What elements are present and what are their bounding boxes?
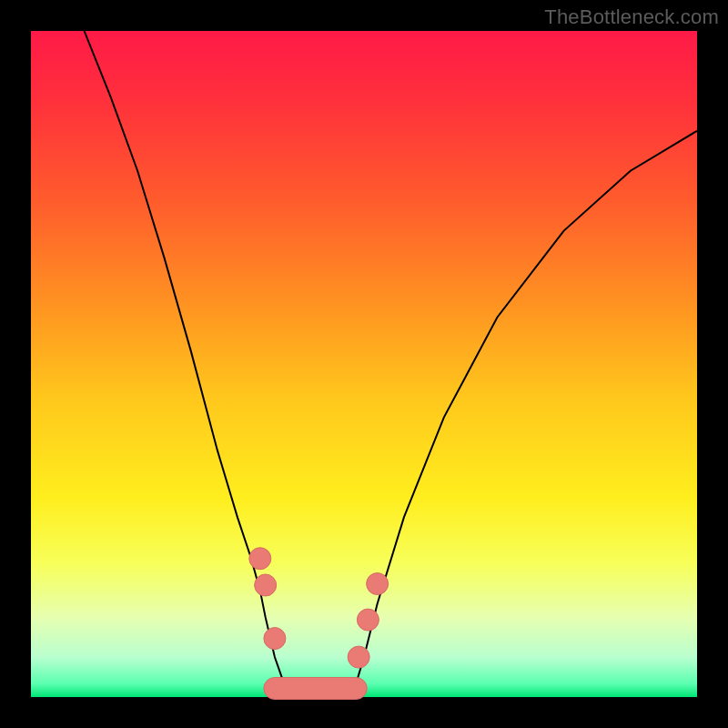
highlight-dot bbox=[249, 548, 271, 570]
gradient-background bbox=[31, 31, 697, 697]
highlight-bar bbox=[264, 677, 367, 699]
highlight-dot bbox=[367, 573, 389, 595]
watermark-text: TheBottleneck.com bbox=[544, 5, 719, 29]
highlight-dot bbox=[255, 574, 277, 596]
highlight-dot bbox=[264, 628, 286, 650]
highlight-dot bbox=[348, 646, 369, 668]
bottleneck-plot bbox=[0, 0, 728, 728]
highlight-dot bbox=[357, 609, 379, 631]
chart-frame: TheBottleneck.com bbox=[0, 0, 728, 728]
